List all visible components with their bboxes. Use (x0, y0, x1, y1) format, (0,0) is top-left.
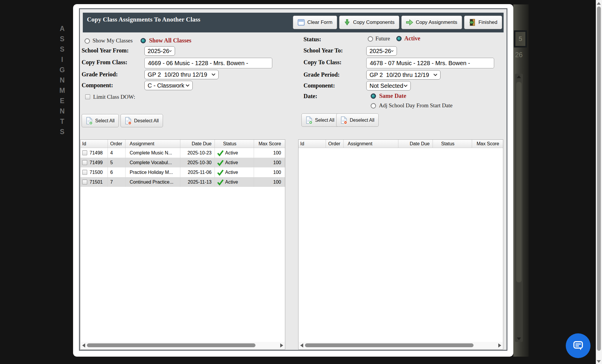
row-checkbox[interactable] (82, 179, 87, 185)
background-count-badge: 5 (514, 30, 527, 47)
show-my-classes-label[interactable]: Show My Classes (93, 37, 133, 44)
table-row[interactable]: 71498 4 Complete Music N... 2025-10-23 A… (80, 148, 285, 158)
chat-button[interactable] (566, 333, 591, 358)
header-status[interactable]: Status (433, 140, 472, 148)
to-select-all-button[interactable]: Select All (301, 113, 339, 127)
row-status: Active (215, 158, 254, 167)
from-select-all-button[interactable]: Select All (82, 114, 119, 127)
header-assignment[interactable]: Assignment (344, 140, 398, 148)
date-same-date-label[interactable]: Same Date (379, 93, 406, 99)
date-adj-school-day-label[interactable]: Adj School Day From Start Date (379, 102, 453, 109)
finished-label: Finished (479, 19, 497, 25)
row-checkbox[interactable] (82, 150, 87, 155)
row-checkbox[interactable] (82, 160, 87, 165)
school-year-to-select[interactable]: 2025-26 (366, 46, 397, 56)
background-scroll-up-icon (517, 75, 521, 78)
header-date-due[interactable]: Date Due (398, 140, 433, 148)
browser-scrollbar (596, 0, 602, 364)
table-row[interactable]: 71499 5 Complete Vocabul... 2025-10-30 A… (80, 158, 285, 167)
green-down-arrow-icon (344, 19, 350, 26)
school-year-from-value: 2025-26 (148, 48, 169, 55)
clear-form-button[interactable]: Clear Form (293, 16, 337, 29)
row-id: 71499 (90, 160, 103, 165)
row-status: Active (215, 148, 254, 158)
row-max-score: 100 (254, 167, 285, 177)
date-adj-school-day-radio[interactable] (371, 103, 376, 108)
row-assignment: Continued Practice... (126, 177, 180, 187)
copy-assignments-modal: Copy Class Assignments To Another Class … (73, 4, 513, 357)
header-max-score[interactable]: Max Score (472, 140, 503, 148)
scroll-down-arrow[interactable] (597, 360, 601, 363)
scroll-right-arrow[interactable] (280, 343, 283, 347)
school-year-to-value: 2025-26 (370, 48, 391, 55)
row-checkbox[interactable] (82, 170, 87, 175)
limit-class-dow-label[interactable]: Limit Class DOW: (93, 94, 135, 100)
scroll-thumb[interactable] (305, 343, 474, 347)
school-year-from-select[interactable]: 2025-26 (144, 46, 175, 56)
copy-assignments-button[interactable]: Copy Assignments (401, 16, 462, 29)
scroll-right-arrow[interactable] (498, 343, 501, 347)
page-plus-icon (86, 117, 93, 125)
from-deselect-all-button[interactable]: Deselect All (121, 114, 163, 127)
limit-class-dow-checkbox[interactable] (85, 94, 90, 99)
school-year-from-label: School Year From: (82, 47, 129, 54)
finished-button[interactable]: Finished (464, 16, 502, 29)
grade-period-from-select[interactable]: GP 2 10/20 thru 12/19 (144, 70, 219, 79)
copy-to-class-input[interactable] (366, 58, 494, 68)
row-assignment: Complete Vocabul... (126, 158, 180, 167)
to-table-header: Id Order Assignment Date Due Status Max … (298, 140, 503, 148)
component-to-label: Component: (304, 82, 335, 89)
header-status[interactable]: Status (215, 140, 254, 148)
component-to-select[interactable]: Not Selected (366, 81, 411, 90)
status-future-label[interactable]: Future (375, 35, 390, 42)
status-future-radio[interactable] (368, 36, 373, 42)
green-right-arrow-icon (406, 19, 413, 26)
scroll-thumb[interactable] (597, 6, 601, 351)
row-date-due: 2025-10-30 (180, 158, 215, 167)
table-row[interactable]: 71500 6 Practice Holiday M... 2025-11-06… (80, 167, 285, 177)
to-deselect-all-label: Deselect All (350, 118, 375, 123)
window-icon (298, 19, 305, 26)
header-id[interactable]: Id (80, 140, 108, 148)
page-plus-icon (306, 116, 313, 124)
scroll-up-arrow[interactable] (597, 2, 601, 5)
row-id: 71501 (90, 179, 103, 185)
to-horizontal-scrollbar (299, 342, 503, 349)
header-id[interactable]: Id (298, 140, 326, 148)
scroll-left-arrow[interactable] (300, 343, 303, 347)
date-same-date-radio[interactable] (371, 93, 376, 99)
table-row[interactable]: 71501 7 Continued Practice... 2025-11-13… (80, 177, 285, 187)
show-my-classes-radio[interactable] (85, 38, 90, 44)
header-assignment[interactable]: Assignment (126, 140, 180, 148)
copy-from-class-label: Copy From Class: (82, 59, 127, 66)
scroll-left-arrow[interactable] (82, 343, 85, 347)
copy-assignments-label: Copy Assignments (416, 19, 457, 25)
green-check-icon (217, 169, 224, 176)
component-to-value: Not Selected (370, 83, 403, 89)
header-max-score[interactable]: Max Score (254, 140, 285, 148)
status-active-label[interactable]: Active (404, 35, 420, 42)
grade-period-to-select[interactable]: GP 2 10/20 thru 12/19 (366, 70, 441, 80)
speech-bubble-icon (571, 339, 585, 353)
component-from-select[interactable]: C - Classwork (144, 81, 193, 90)
show-all-classes-radio[interactable] (141, 38, 146, 43)
row-order: 5 (108, 158, 126, 167)
to-deselect-all-button[interactable]: Deselect All (336, 113, 379, 127)
header-order[interactable]: Order (108, 140, 126, 148)
header-date-due[interactable]: Date Due (180, 140, 215, 148)
school-year-to-label: School Year To: (304, 47, 343, 54)
chevron-down-icon (212, 73, 215, 76)
show-all-classes-label[interactable]: Show All Classes (149, 37, 191, 44)
component-from-value: C - Classwork (148, 82, 184, 89)
background-scrollbar (515, 74, 523, 342)
row-order: 6 (108, 167, 126, 177)
row-max-score: 100 (254, 158, 285, 167)
grade-period-to-value: GP 2 10/20 thru 12/19 (370, 72, 429, 78)
status-active-radio[interactable] (396, 36, 402, 41)
scroll-thumb[interactable] (87, 343, 255, 347)
header-order[interactable]: Order (326, 140, 344, 148)
to-select-all-label: Select All (315, 118, 334, 123)
copy-components-button[interactable]: Copy Components (339, 16, 399, 29)
background-scroll-thumb (516, 82, 522, 282)
copy-from-class-input[interactable] (144, 58, 272, 68)
